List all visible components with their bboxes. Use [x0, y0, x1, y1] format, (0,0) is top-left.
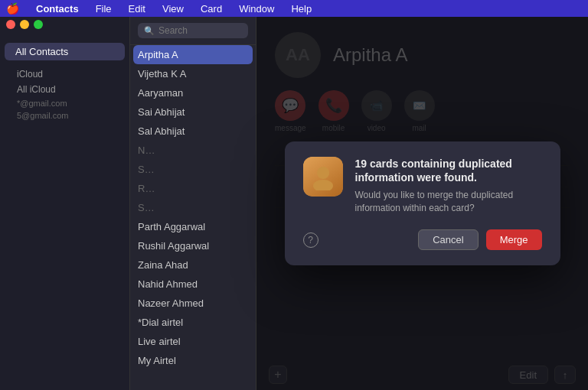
contact-item[interactable]: Sai Abhijat	[130, 102, 256, 122]
cancel-button[interactable]: Cancel	[418, 229, 478, 250]
menu-bar: 🍎 Contacts File Edit View Card Window He…	[0, 0, 588, 17]
search-icon: 🔍	[144, 26, 155, 36]
contact-list: 🔍 Arpitha A Vijetha K A Aaryaman Sai Abh…	[130, 17, 256, 390]
sidebar-section-icloud: iCloud All iCloud *@gmail.com 5@gmail.co…	[0, 63, 129, 125]
duplicate-modal: 19 cards containing duplicated informati…	[285, 141, 560, 266]
apple-logo-icon: 🍎	[6, 2, 19, 15]
sidebar-item-all-contacts[interactable]: All Contacts	[5, 43, 125, 60]
contact-item[interactable]: Live airtel	[130, 332, 256, 351]
contact-item[interactable]: Nahid Ahmed	[130, 275, 256, 294]
modal-description: Would you like to merge the duplicated i…	[355, 189, 542, 215]
contact-item[interactable]: Parth Aggarwal	[130, 217, 256, 236]
svg-point-1	[313, 180, 333, 190]
menu-file[interactable]: File	[93, 3, 115, 15]
contact-item[interactable]: Nazeer Ahmed	[130, 294, 256, 313]
contact-list-scroll[interactable]: Arpitha A Vijetha K A Aaryaman Sai Abhij…	[130, 45, 256, 390]
contact-item[interactable]: Zaina Ahad	[130, 255, 256, 275]
detail-panel: AA Arpitha A 💬 message 📞 mobile 📹 vide	[256, 17, 588, 390]
contact-item[interactable]: S…	[130, 198, 256, 217]
app-window: All Contacts iCloud All iCloud *@gmail.c…	[0, 17, 588, 390]
menu-window[interactable]: Window	[236, 3, 277, 15]
contact-item[interactable]: Sal Abhijat	[130, 122, 256, 141]
contact-item[interactable]: Rushil Aggarwal	[130, 236, 256, 255]
contact-item[interactable]: S…	[130, 160, 256, 179]
modal-buttons: Cancel Merge	[418, 229, 541, 250]
contact-item[interactable]: *Dial airtel	[130, 313, 256, 332]
menu-card[interactable]: Card	[198, 3, 225, 15]
svg-point-0	[317, 167, 329, 179]
modal-text: 19 cards containing duplicated informati…	[355, 157, 542, 215]
sidebar: All Contacts iCloud All iCloud *@gmail.c…	[0, 17, 130, 390]
menu-edit[interactable]: Edit	[126, 3, 149, 15]
contact-item[interactable]: Arpitha A	[133, 45, 253, 64]
modal-app-icon	[303, 157, 343, 197]
person-silhouette-icon	[309, 163, 337, 190]
close-button[interactable]	[6, 20, 15, 29]
search-bar: 🔍	[130, 17, 256, 45]
modal-title: 19 cards containing duplicated informati…	[355, 157, 542, 184]
traffic-lights	[6, 20, 43, 29]
contact-item[interactable]: My Airtel	[130, 351, 256, 370]
search-input[interactable]	[158, 25, 242, 36]
contact-item[interactable]: Vijetha K A	[130, 64, 256, 83]
maximize-button[interactable]	[34, 20, 43, 29]
modal-overlay: 19 cards containing duplicated informati…	[256, 17, 588, 390]
merge-button[interactable]: Merge	[486, 229, 542, 250]
sidebar-email-2: 5@gmail.com	[0, 109, 129, 122]
sidebar-email-1: *@gmail.com	[0, 97, 129, 109]
contact-item[interactable]: R…	[130, 179, 256, 198]
help-button[interactable]: ?	[303, 232, 318, 248]
contact-item[interactable]: Aaryaman	[130, 83, 256, 102]
menu-help[interactable]: Help	[288, 3, 315, 15]
contact-item[interactable]: N…	[130, 141, 256, 160]
sidebar-item-icloud[interactable]: iCloud	[0, 67, 129, 82]
search-wrapper: 🔍	[138, 23, 248, 38]
sidebar-item-all-icloud[interactable]: All iCloud	[0, 82, 129, 97]
minimize-button[interactable]	[20, 20, 29, 29]
menu-contacts[interactable]: Contacts	[33, 3, 82, 15]
menu-view[interactable]: View	[159, 3, 187, 15]
sidebar-section-contacts: All Contacts	[0, 40, 129, 63]
modal-footer: ? Cancel Merge	[303, 229, 542, 250]
contacts-app-icon	[303, 157, 343, 197]
modal-body: 19 cards containing duplicated informati…	[303, 157, 542, 215]
